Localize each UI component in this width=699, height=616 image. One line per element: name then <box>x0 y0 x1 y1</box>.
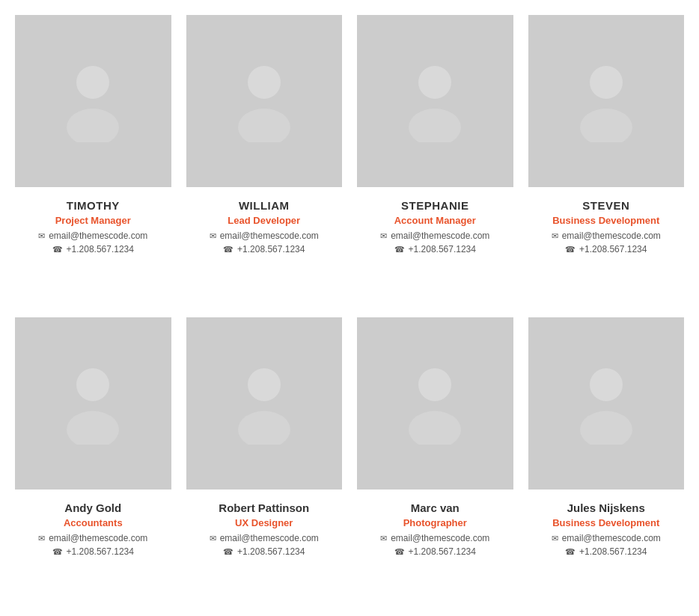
team-card-robert: Robert PattinsonUX Designer✉email@themes… <box>186 317 343 575</box>
email-icon: ✉ <box>38 534 45 543</box>
email-icon: ✉ <box>38 231 45 241</box>
email-icon: ✉ <box>210 534 216 543</box>
phone-icon: ☎ <box>223 547 233 557</box>
phone-text-andygold: +1.208.567.1234 <box>67 546 134 557</box>
phone-row-marc: ☎+1.208.567.1234 <box>394 546 476 557</box>
svg-point-12 <box>418 368 451 401</box>
email-row-timothy: ✉email@themescode.com <box>38 231 147 241</box>
phone-row-andygold: ☎+1.208.567.1234 <box>52 546 134 557</box>
svg-point-9 <box>67 411 119 445</box>
member-role-stephanie: Account Manager <box>394 215 476 226</box>
svg-point-5 <box>409 109 461 142</box>
email-text-timothy: email@themescode.com <box>49 231 147 241</box>
phone-icon: ☎ <box>565 245 576 254</box>
phone-text-marc: +1.208.567.1234 <box>409 546 476 557</box>
photo-steven <box>528 15 685 187</box>
email-text-stephanie: email@themescode.com <box>391 231 489 241</box>
member-name-marc: Marc van <box>411 501 460 514</box>
phone-icon: ☎ <box>394 547 405 557</box>
member-name-william: WILLIAM <box>239 199 290 212</box>
email-icon: ✉ <box>552 534 558 543</box>
phone-row-robert: ☎+1.208.567.1234 <box>223 546 305 557</box>
row-spacer <box>15 287 171 302</box>
team-card-marc: Marc vanPhotographer✉email@themescode.co… <box>357 317 513 575</box>
phone-icon: ☎ <box>223 245 233 254</box>
email-row-robert: ✉email@themescode.com <box>210 533 319 543</box>
svg-point-4 <box>418 66 451 99</box>
member-name-jules: Jules Nijskens <box>567 501 645 514</box>
svg-point-13 <box>409 411 461 445</box>
svg-point-7 <box>580 109 632 142</box>
photo-placeholder-stephanie <box>357 15 513 187</box>
photo-placeholder-timothy <box>15 15 171 187</box>
team-card-jules: Jules NijskensBusiness Development✉email… <box>528 317 685 575</box>
phone-text-steven: +1.208.567.1234 <box>579 244 647 254</box>
team-card-william: WILLIAMLead Developer✉email@themescode.c… <box>186 15 343 272</box>
email-row-stephanie: ✉email@themescode.com <box>380 231 489 241</box>
row-spacer <box>357 287 513 302</box>
member-name-robert: Robert Pattinson <box>219 501 309 514</box>
svg-point-2 <box>248 66 281 99</box>
email-row-william: ✉email@themescode.com <box>210 231 319 241</box>
team-grid: TIMOTHYProject Manager✉email@themescode.… <box>15 15 684 575</box>
photo-stephanie <box>357 15 513 187</box>
email-text-steven: email@themescode.com <box>562 231 661 241</box>
member-name-steven: STEVEN <box>582 199 629 212</box>
photo-robert <box>186 317 343 490</box>
phone-text-william: +1.208.567.1234 <box>237 244 305 254</box>
team-card-timothy: TIMOTHYProject Manager✉email@themescode.… <box>15 15 171 272</box>
photo-jules <box>528 317 685 490</box>
phone-row-jules: ☎+1.208.567.1234 <box>565 546 647 557</box>
photo-placeholder-robert <box>186 317 343 490</box>
phone-text-robert: +1.208.567.1234 <box>237 546 305 557</box>
phone-text-timothy: +1.208.567.1234 <box>67 244 134 254</box>
email-row-marc: ✉email@themescode.com <box>380 533 489 543</box>
email-row-andygold: ✉email@themescode.com <box>38 533 147 543</box>
team-card-stephanie: STEPHANIEAccount Manager✉email@themescod… <box>357 15 513 272</box>
email-text-jules: email@themescode.com <box>562 533 661 543</box>
member-role-timothy: Project Manager <box>55 215 131 226</box>
photo-placeholder-steven <box>528 15 685 187</box>
phone-row-timothy: ☎+1.208.567.1234 <box>52 244 134 254</box>
svg-point-15 <box>580 411 632 445</box>
svg-point-10 <box>248 368 281 401</box>
phone-icon: ☎ <box>394 245 405 254</box>
svg-point-11 <box>238 411 290 445</box>
team-card-andygold: Andy GoldAccountants✉email@themescode.co… <box>15 317 171 575</box>
phone-row-steven: ☎+1.208.567.1234 <box>565 244 647 254</box>
svg-point-6 <box>590 66 623 99</box>
photo-marc <box>357 317 513 490</box>
svg-point-8 <box>76 368 109 401</box>
member-role-william: Lead Developer <box>228 215 300 226</box>
member-name-timothy: TIMOTHY <box>67 199 120 212</box>
email-icon: ✉ <box>210 231 216 241</box>
phone-icon: ☎ <box>565 547 576 557</box>
svg-point-0 <box>76 66 109 99</box>
phone-text-stephanie: +1.208.567.1234 <box>409 244 476 254</box>
email-text-robert: email@themescode.com <box>220 533 319 543</box>
member-role-andygold: Accountants <box>64 517 123 528</box>
phone-icon: ☎ <box>52 245 63 254</box>
email-text-andygold: email@themescode.com <box>49 533 147 543</box>
email-icon: ✉ <box>380 231 387 241</box>
row-spacer <box>186 287 343 302</box>
member-role-marc: Photographer <box>403 517 467 528</box>
member-name-stephanie: STEPHANIE <box>401 199 468 212</box>
phone-row-stephanie: ☎+1.208.567.1234 <box>394 244 476 254</box>
photo-andygold <box>15 317 171 490</box>
email-icon: ✉ <box>380 534 387 543</box>
email-text-william: email@themescode.com <box>220 231 319 241</box>
member-role-robert: UX Designer <box>235 517 293 528</box>
photo-placeholder-marc <box>357 317 513 490</box>
photo-placeholder-andygold <box>15 317 171 490</box>
svg-point-1 <box>67 109 119 142</box>
photo-placeholder-william <box>186 15 343 187</box>
email-text-marc: email@themescode.com <box>391 533 489 543</box>
photo-william <box>186 15 343 187</box>
email-row-jules: ✉email@themescode.com <box>552 533 661 543</box>
photo-placeholder-jules <box>528 317 685 490</box>
member-role-steven: Business Development <box>552 215 659 226</box>
email-icon: ✉ <box>552 231 558 241</box>
phone-row-william: ☎+1.208.567.1234 <box>223 244 305 254</box>
email-row-steven: ✉email@themescode.com <box>552 231 661 241</box>
